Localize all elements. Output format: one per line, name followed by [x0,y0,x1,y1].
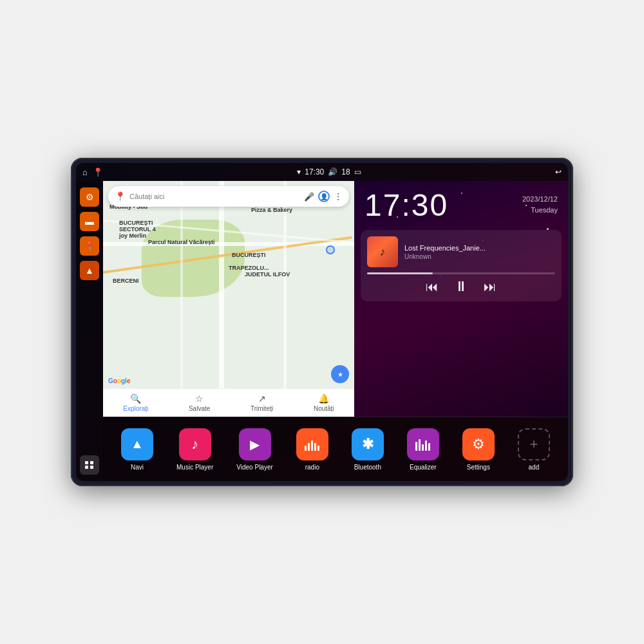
app-bluetooth[interactable]: ✱ Bluetooth [352,428,384,471]
video-symbol: ▶ [250,437,260,452]
map-search-bar[interactable]: 📍 Căutați aici 🎤 👤 ⋮ [108,186,349,207]
clock-area: 17:30 2023/12/12 Tuesday [354,181,568,226]
music-symbol: ♪ [191,436,198,453]
wifi-icon: ▾ [297,167,301,176]
account-icon[interactable]: 👤 [318,191,330,202]
status-bar: ⌂ 📍 ▾ 17:30 🔊 18 ▭ ↩ [76,163,568,181]
sidebar: ⚙ ▬ 📍 ▲ [76,181,103,481]
merlin-label: joy Merlin [119,232,146,239]
track-details: Lost Frequencies_Janie... Unknown [404,244,555,260]
music-player-label: Music Player [176,464,213,471]
sidebar-navigate-button[interactable]: ▲ [80,261,99,280]
home-icon[interactable]: ⌂ [82,167,88,177]
pizza-label: Pizza & Bakery [251,207,292,213]
map-explore-button[interactable]: 🔍 Explorați [123,393,148,412]
judet-label: JUDETUL ILFOV [245,271,290,278]
pause-button[interactable]: ⏸ [454,278,468,295]
device-outer: ⌂ 📍 ▾ 17:30 🔊 18 ▭ ↩ ⚙ ▬ 📍 ▲ [71,158,573,486]
app-grid: ▲ Navi ♪ Music Player ▶ Vid [103,417,568,481]
app-equalizer[interactable]: Equalizer [407,428,439,471]
map-news-button[interactable]: 🔔 Noutăți [314,393,334,412]
sidebar-apps-button[interactable] [80,455,99,475]
video-player-label: Video Player [236,464,273,471]
device-screen: ⌂ 📍 ▾ 17:30 🔊 18 ▭ ↩ ⚙ ▬ 📍 ▲ [76,163,568,481]
clock-day: Tuesday [522,205,558,216]
map-fab-button[interactable]: ★ [331,365,349,383]
track-artist: Unknown [404,253,555,260]
equalizer-label: Equalizer [410,464,437,471]
app-radio[interactable]: radio [296,428,328,471]
map-widget[interactable]: Parcul Natural Văcărești BUCUREȘTI JUDET… [103,181,354,417]
add-label: add [529,464,540,471]
main-area: ⚙ ▬ 📍 ▲ [76,181,568,481]
clock-date: 2023/12/12 Tuesday [522,190,558,215]
status-left: ⌂ 📍 [82,167,103,177]
park-label: Parcul Natural Văcărești [148,239,215,245]
app-music-player[interactable]: ♪ Music Player [176,428,213,471]
album-art-inner: ♪ [367,236,398,267]
radio-label: radio [305,464,319,471]
status-center: ▾ 17:30 🔊 18 ▭ [297,167,361,176]
music-progress-bar[interactable] [367,272,555,274]
bluetooth-symbol: ✱ [362,436,374,453]
status-right: ↩ [555,167,562,176]
app-add[interactable]: + add [518,428,550,471]
radio-bars [305,438,319,451]
settings-symbol: ⚙ [472,436,485,453]
prev-button[interactable]: ⏮ [426,279,439,294]
sidebar-maps-button[interactable]: 📍 [80,236,99,256]
next-button[interactable]: ⏭ [484,279,497,294]
saved-icon: ☆ [195,393,204,404]
app-settings[interactable]: ⚙ Settings [462,428,495,471]
equalizer-icon [407,428,439,460]
trapezolu-label: TRAPEZOLU... [229,265,269,271]
send-label: Trimiteți [251,405,273,412]
eq-bars [415,438,430,451]
add-symbol: + [529,436,538,453]
battery-level: 18 [341,167,350,176]
map-bottom-nav: 🔍 Explorați ☆ Salvate ↗ Trimiteți [103,388,354,417]
battery-icon: ▭ [354,167,361,176]
sidebar-settings-button[interactable]: ⚙ [80,187,99,207]
google-logo: Google [108,377,130,384]
music-note-icon: ♪ [380,245,386,259]
add-app-icon: + [518,428,550,460]
star-icon: ★ [337,371,343,378]
clock-time: 17:30 [365,190,448,221]
grid-icon [85,461,94,469]
map-background: Parcul Natural Văcărești BUCUREȘTI JUDET… [103,181,354,417]
saved-label: Salvate [189,405,210,412]
music-player-icon: ♪ [179,428,211,460]
app-video-player[interactable]: ▶ Video Player [236,428,273,471]
top-section: Parcul Natural Văcărești BUCUREȘTI JUDET… [103,181,568,417]
berceni-label: BERCENI [113,278,139,284]
radio-icon [296,428,328,460]
right-panel: 17:30 2023/12/12 Tuesday ♪ [354,181,568,417]
navi-icon: ▲ [121,428,153,460]
bluetooth-label: Bluetooth [354,464,381,471]
mic-icon[interactable]: 🎤 [304,192,314,202]
settings-label: Settings [467,464,490,471]
sector4-label: BUCUREȘTISECTORUL 4 [119,220,156,232]
settings-icon: ⚙ [462,428,495,460]
status-time: 17:30 [305,167,324,176]
music-controls: ⏮ ⏸ ⏭ [367,278,555,295]
video-player-icon: ▶ [239,428,271,460]
album-art: ♪ [367,236,398,267]
track-info: ♪ Lost Frequencies_Janie... Unknown [367,236,555,267]
content-area: Parcul Natural Văcărești BUCUREȘTI JUDET… [103,181,568,481]
map-send-button[interactable]: ↗ Trimiteți [251,393,273,412]
navi-label: Navi [131,464,144,471]
explore-label: Explorați [123,405,148,412]
back-icon[interactable]: ↩ [555,167,562,176]
clock-date-value: 2023/12/12 [522,194,558,205]
map-pin-icon[interactable]: 📍 [93,167,103,177]
map-saved-button[interactable]: ☆ Salvate [189,393,210,412]
bluetooth-icon: ✱ [352,428,384,460]
more-icon[interactable]: ⋮ [334,191,343,202]
track-name: Lost Frequencies_Janie... [404,244,555,252]
sidebar-files-button[interactable]: ▬ [80,212,99,231]
explore-icon: 🔍 [130,393,141,404]
google-maps-icon: 📍 [115,191,126,202]
app-navi[interactable]: ▲ Navi [121,428,153,471]
